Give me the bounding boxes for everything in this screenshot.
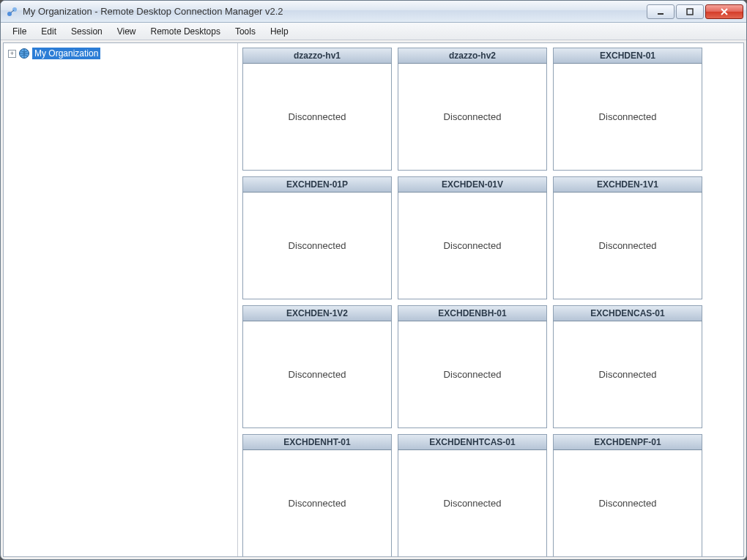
server-thumbnail[interactable]: EXCHDENBH-01Disconnected xyxy=(398,305,547,428)
thumbnail-title[interactable]: EXCHDEN-01 xyxy=(553,48,702,64)
maximize-icon xyxy=(686,8,694,15)
thumbnail-status: Disconnected xyxy=(553,321,702,428)
thumbnail-title[interactable]: EXCHDEN-1V2 xyxy=(242,305,392,321)
thumbnail-title[interactable]: EXCHDEN-01V xyxy=(398,176,547,193)
menu-file[interactable]: File xyxy=(5,24,34,39)
thumbnail-title[interactable]: EXCHDEN-1V1 xyxy=(553,176,702,193)
server-thumbnail[interactable]: EXCHDEN-01Disconnected xyxy=(553,48,702,171)
thumbnail-title[interactable]: EXCHDENPF-01 xyxy=(553,434,702,450)
thumbnail-status: Disconnected xyxy=(553,450,702,556)
minimize-button[interactable] xyxy=(647,4,674,19)
window-controls xyxy=(645,4,743,19)
thumbnail-title[interactable]: EXCHDENBH-01 xyxy=(398,305,547,321)
thumbnail-grid[interactable]: dzazzo-hv1Disconnecteddzazzo-hv2Disconne… xyxy=(238,43,743,556)
thumbnail-title[interactable]: dzazzo-hv1 xyxy=(242,48,392,64)
expand-icon[interactable]: + xyxy=(8,50,16,58)
tree-node-label[interactable]: My Organization xyxy=(32,48,100,59)
menu-help[interactable]: Help xyxy=(263,24,296,39)
thumbnail-status: Disconnected xyxy=(398,193,547,299)
menu-session[interactable]: Session xyxy=(64,24,110,39)
maximize-button[interactable] xyxy=(676,4,704,19)
app-icon xyxy=(7,6,18,18)
server-tree: +My Organization xyxy=(7,46,236,61)
thumbnail-title[interactable]: EXCHDENCAS-01 xyxy=(553,305,702,321)
thumbnail-status: Disconnected xyxy=(398,450,547,556)
close-button[interactable] xyxy=(705,4,743,19)
menubar: FileEditSessionViewRemote DesktopsToolsH… xyxy=(1,23,746,40)
close-icon xyxy=(720,7,729,16)
server-thumbnail[interactable]: dzazzo-hv1Disconnected xyxy=(242,48,392,171)
window-title: My Organization - Remote Desktop Connect… xyxy=(23,6,645,17)
thumbnail-status: Disconnected xyxy=(553,64,702,171)
thumbnail-status: Disconnected xyxy=(398,321,547,428)
globe-icon xyxy=(18,48,30,59)
minimize-icon xyxy=(657,8,664,15)
thumbnail-status: Disconnected xyxy=(242,64,392,171)
server-thumbnail[interactable]: EXCHDEN-1V1Disconnected xyxy=(553,176,702,299)
titlebar[interactable]: My Organization - Remote Desktop Connect… xyxy=(1,1,746,23)
app-window: My Organization - Remote Desktop Connect… xyxy=(0,0,747,560)
server-thumbnail[interactable]: EXCHDENHTCAS-01Disconnected xyxy=(398,434,547,556)
client-area: +My Organization dzazzo-hv1Disconnectedd… xyxy=(3,42,744,557)
tree-node[interactable]: +My Organization xyxy=(8,46,236,61)
server-thumbnail[interactable]: dzazzo-hv2Disconnected xyxy=(398,48,547,171)
menu-view[interactable]: View xyxy=(110,24,144,39)
thumbnail-status: Disconnected xyxy=(242,193,392,299)
thumbnail-status: Disconnected xyxy=(553,193,702,299)
thumbnail-status: Disconnected xyxy=(398,64,547,171)
menu-edit[interactable]: Edit xyxy=(34,24,64,39)
thumbnail-title[interactable]: EXCHDENHT-01 xyxy=(242,434,392,450)
server-thumbnail[interactable]: EXCHDENCAS-01Disconnected xyxy=(553,305,702,428)
svg-rect-3 xyxy=(687,9,693,15)
svg-rect-2 xyxy=(658,13,664,15)
server-thumbnail[interactable]: EXCHDEN-1V2Disconnected xyxy=(242,305,392,428)
thumbnail-status: Disconnected xyxy=(242,321,392,428)
thumbnail-title[interactable]: dzazzo-hv2 xyxy=(398,48,547,64)
server-thumbnail[interactable]: EXCHDEN-01VDisconnected xyxy=(398,176,547,299)
menu-tools[interactable]: Tools xyxy=(228,24,263,39)
thumbnail-title[interactable]: EXCHDEN-01P xyxy=(242,176,392,193)
menu-remote-desktops[interactable]: Remote Desktops xyxy=(144,24,228,39)
thumbnail-title[interactable]: EXCHDENHTCAS-01 xyxy=(398,434,547,450)
server-thumbnail[interactable]: EXCHDEN-01PDisconnected xyxy=(242,176,392,299)
tree-panel[interactable]: +My Organization xyxy=(4,43,238,556)
server-thumbnail[interactable]: EXCHDENPF-01Disconnected xyxy=(553,434,702,556)
thumbnail-status: Disconnected xyxy=(242,450,392,556)
server-thumbnail[interactable]: EXCHDENHT-01Disconnected xyxy=(242,434,392,556)
